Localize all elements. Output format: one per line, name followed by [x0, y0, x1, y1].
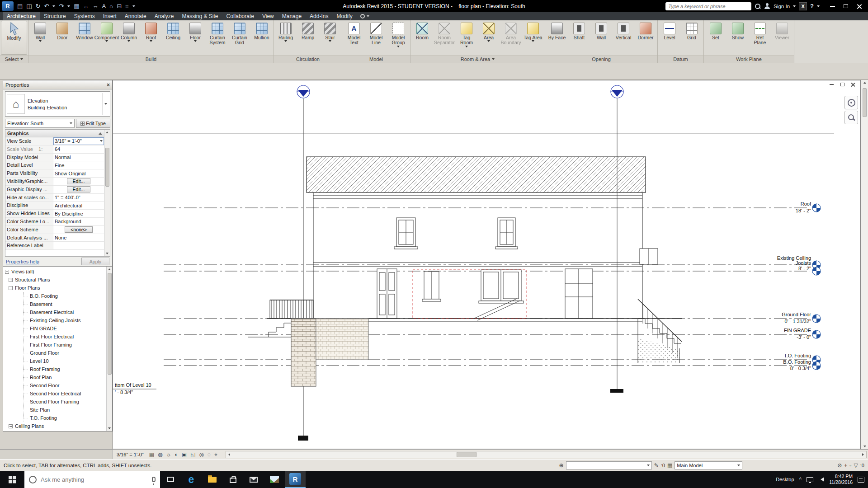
- browser-item-ceiling-plans[interactable]: Ceiling Plans: [5, 422, 106, 430]
- sign-in-caret-icon[interactable]: [793, 5, 796, 7]
- show-work-plane-button[interactable]: Show: [727, 21, 749, 55]
- section-marker-left[interactable]: [297, 85, 310, 441]
- stair-button[interactable]: Stair: [319, 21, 341, 55]
- expand-icon[interactable]: [9, 278, 13, 282]
- reveal-hidden-elements-icon[interactable]: ◌: [206, 451, 212, 458]
- model-text-button[interactable]: AModel Text: [343, 21, 365, 55]
- design-options-dropdown[interactable]: Main Model: [675, 461, 742, 469]
- undo-caret-icon[interactable]: [52, 5, 55, 7]
- redo-caret-icon[interactable]: [67, 5, 70, 7]
- roof-button[interactable]: Roof: [140, 21, 162, 55]
- mullion-button[interactable]: Mullion: [251, 21, 273, 55]
- browser-item-views-all[interactable]: Views (all): [5, 267, 106, 276]
- taskbar-search[interactable]: [24, 471, 160, 488]
- worksets-icon[interactable]: ⊕: [559, 462, 564, 469]
- revit-taskbar-button[interactable]: R: [285, 471, 306, 488]
- taskbar-search-input[interactable]: [41, 476, 148, 483]
- curtain-grid-button[interactable]: Curtain Grid: [229, 21, 250, 55]
- temporary-hide-isolate-icon[interactable]: ◎: [198, 451, 206, 458]
- ref-plane-button[interactable]: Ref Plane: [749, 21, 771, 55]
- analytical-model-icon[interactable]: ⌖: [212, 451, 219, 458]
- open-icon[interactable]: ▤: [17, 3, 23, 9]
- tab-view[interactable]: View: [258, 12, 278, 20]
- model-group-button[interactable]: Model Group: [387, 21, 409, 55]
- visual-style-icon[interactable]: ◍: [156, 451, 164, 458]
- maximize-button[interactable]: [839, 1, 853, 12]
- panel-label-room-area[interactable]: Room & Area: [410, 55, 545, 63]
- edit-type-button[interactable]: Edit Type: [76, 119, 110, 128]
- vertical-scrollbar[interactable]: [861, 80, 868, 449]
- browser-item[interactable]: Second Floor Framing: [24, 398, 106, 406]
- action-center-icon[interactable]: [858, 477, 864, 483]
- photos-taskbar-button[interactable]: [264, 471, 285, 488]
- file-explorer-taskbar-button[interactable]: [202, 471, 222, 488]
- volume-icon[interactable]: [818, 477, 824, 482]
- ceiling-button[interactable]: Ceiling: [162, 21, 184, 55]
- tab-structure[interactable]: Structure: [40, 12, 70, 20]
- tab-collaborate[interactable]: Collaborate: [222, 12, 258, 20]
- instance-filter-dropdown[interactable]: Elevation: South: [5, 119, 75, 128]
- select-by-box-icon[interactable]: ▫: [849, 462, 851, 469]
- view-scale-button[interactable]: 3/16" = 1'-0": [113, 452, 147, 457]
- house-elevation[interactable]: [248, 157, 682, 386]
- level-button[interactable]: Level: [659, 21, 680, 55]
- browser-item[interactable]: Roof Framing: [24, 365, 106, 373]
- browser-item[interactable]: Existing Ceiling Jooists: [24, 316, 106, 324]
- redo-icon[interactable]: ↷: [59, 3, 64, 9]
- show-crop-region-icon[interactable]: ◱: [189, 451, 197, 458]
- color-scheme-location-value[interactable]: Background: [53, 218, 104, 225]
- collapse-icon[interactable]: [9, 286, 13, 290]
- browser-item[interactable]: First Floor Electrical: [24, 333, 106, 341]
- measure-icon[interactable]: ↔: [83, 3, 89, 9]
- shadows-icon[interactable]: ◐: [173, 451, 180, 458]
- task-view-button[interactable]: [160, 471, 181, 488]
- browser-item[interactable]: Second Floor Electrical: [24, 389, 106, 398]
- scroll-left-icon[interactable]: [226, 451, 233, 458]
- hide-at-scales-value[interactable]: 1" = 400'-0": [53, 194, 104, 202]
- tab-analyze[interactable]: Analyze: [151, 12, 178, 20]
- scrollbar-thumb[interactable]: [863, 88, 867, 117]
- parts-visibility-value[interactable]: Show Original: [53, 169, 104, 177]
- modify-button[interactable]: Modify: [1, 21, 27, 55]
- help-caret-icon[interactable]: [817, 5, 820, 7]
- browser-item[interactable]: Level 10: [24, 357, 106, 365]
- horizontal-scrollbar[interactable]: [226, 451, 867, 458]
- browser-item-floor-plans[interactable]: Floor Plans: [5, 284, 106, 292]
- area-button[interactable]: Area: [478, 21, 500, 55]
- properties-close-icon[interactable]: ×: [107, 82, 110, 88]
- close-button[interactable]: [853, 1, 866, 12]
- browser-item[interactable]: Basement: [24, 300, 106, 308]
- network-icon[interactable]: [807, 477, 813, 482]
- edge-taskbar-button[interactable]: e: [181, 471, 202, 488]
- show-hidden-lines-value[interactable]: By Discipline: [53, 210, 104, 217]
- color-scheme-button[interactable]: <none>: [65, 226, 93, 233]
- shaft-opening-button[interactable]: Shaft: [568, 21, 590, 55]
- undo-icon[interactable]: ↶: [44, 3, 49, 9]
- desktop-toolbar-label[interactable]: Desktop: [776, 477, 794, 482]
- browser-item[interactable]: T.O. Footing: [24, 414, 106, 422]
- collapse-icon[interactable]: [5, 270, 9, 274]
- active-workset-dropdown[interactable]: [566, 461, 652, 469]
- drawing-area[interactable]: Roof 18' - 2" Existing Ceiling Jooists 8…: [113, 80, 861, 449]
- help-icon[interactable]: ?: [810, 3, 814, 9]
- zoom-icon[interactable]: [844, 111, 858, 124]
- aligned-dimension-icon[interactable]: ⇔: [93, 3, 99, 9]
- opening-by-face-button[interactable]: By Face: [546, 21, 568, 55]
- graphics-section-header[interactable]: Graphics: [5, 130, 104, 137]
- start-button[interactable]: [0, 471, 24, 488]
- window-button[interactable]: Window: [74, 21, 95, 55]
- store-taskbar-button[interactable]: [222, 471, 243, 488]
- text-icon[interactable]: A: [102, 3, 106, 9]
- wall-caret-icon[interactable]: [39, 40, 42, 42]
- column-button[interactable]: Column: [118, 21, 140, 55]
- browser-item[interactable]: First Floor Framing: [24, 341, 106, 349]
- tab-architecture[interactable]: Architecture: [3, 12, 40, 20]
- apply-button[interactable]: Apply: [81, 258, 109, 265]
- view-restore-icon[interactable]: [839, 81, 846, 87]
- discipline-value[interactable]: Architectural: [53, 202, 104, 209]
- minimize-button[interactable]: [826, 1, 839, 12]
- tag-area-button[interactable]: Tag Area: [522, 21, 544, 55]
- ribbon-display-toggle[interactable]: [357, 12, 373, 20]
- press-drag-icon[interactable]: +: [844, 462, 847, 469]
- properties-scrollbar[interactable]: [104, 130, 110, 256]
